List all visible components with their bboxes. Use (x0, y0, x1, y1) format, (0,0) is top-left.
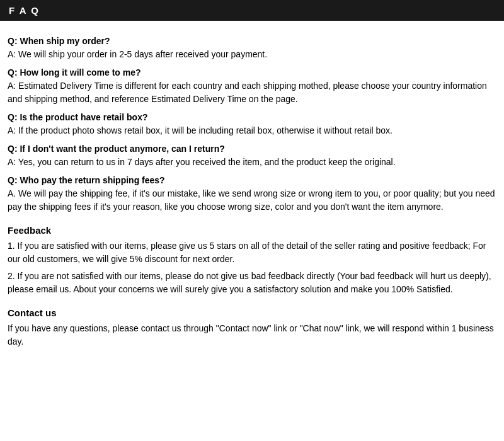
faq-header: F A Q (0, 0, 504, 21)
contact-text: If you have any questions, please contac… (8, 322, 496, 348)
contact-title: Contact us (8, 307, 496, 318)
faq-list: Q: When ship my order?A: We will ship yo… (8, 36, 496, 214)
faq-answer-2: A: If the product photo shows retail box… (8, 124, 496, 137)
faq-question-3: Q: If I don't want the product anymore, … (8, 144, 496, 154)
faq-question-4: Q: Who pay the return shipping fees? (8, 175, 496, 185)
faq-answer-1: A: Estimated Delivery Time is different … (8, 79, 496, 106)
faq-answer-3: A: Yes, you can return to us in 7 days a… (8, 156, 496, 169)
faq-answer-4: A. We will pay the shipping fee, if it's… (8, 187, 496, 214)
faq-answer-0: A: We will ship your order in 2-5 days a… (8, 48, 496, 61)
faq-question-1: Q: How long it will come to me? (8, 67, 496, 77)
content-area: Q: When ship my order?A: We will ship yo… (0, 27, 504, 355)
feedback-point2: 2. If you are not satisfied with our ite… (8, 270, 496, 296)
faq-question-2: Q: Is the product have retail box? (8, 112, 496, 122)
faq-question-0: Q: When ship my order? (8, 36, 496, 46)
feedback-title: Feedback (8, 225, 496, 236)
feedback-point1: 1. If you are satisfied with our items, … (8, 239, 496, 266)
